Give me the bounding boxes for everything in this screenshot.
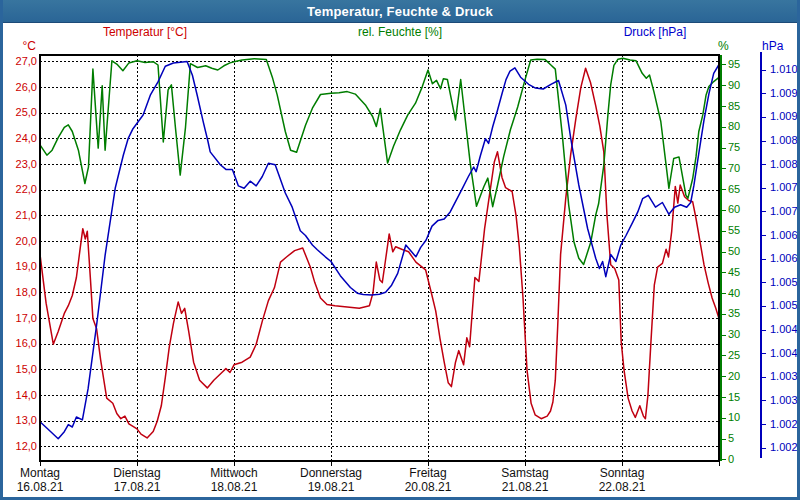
day-label: Dienstag17.08.21 [113, 466, 160, 494]
weather-chart-window: Temperatur, Feuchte & Druck Temperatur [… [0, 0, 800, 500]
pressure-tick-label: 1.008 [770, 158, 798, 171]
series-line-pressure [40, 62, 719, 439]
humidity-tick-label: 70 [728, 162, 740, 175]
pressure-tick-label: 1.004 [770, 323, 798, 336]
pressure-tick-label: 1.006 [770, 229, 798, 242]
day-date: 21.08.21 [501, 480, 548, 494]
day-label: Sonntag22.08.21 [599, 466, 646, 494]
day-label: Samstag21.08.21 [501, 466, 548, 494]
humidity-tick-label: 50 [728, 245, 740, 258]
temperature-tick-label: 17,0 [3, 312, 37, 325]
pressure-tick-label: 1.003 [770, 394, 798, 407]
day-date: 16.08.21 [17, 480, 64, 494]
pressure-tick-label: 1.010 [770, 63, 798, 76]
humidity-tick-label: 10 [728, 411, 740, 424]
day-weekday: Mittwoch [210, 466, 257, 480]
pressure-tick-label: 1.009 [770, 87, 798, 100]
humidity-tick-label: 0 [728, 453, 734, 466]
pressure-tick-label: 1.007 [770, 205, 798, 218]
temperature-tick-label: 12,0 [3, 440, 37, 453]
humidity-tick-label: 5 [728, 432, 734, 445]
temperature-tick-label: 14,0 [3, 389, 37, 402]
temperature-tick-label: 19,0 [3, 260, 37, 273]
temperature-tick-label: 20,0 [3, 235, 37, 248]
temperature-tick-label: 25,0 [3, 106, 37, 119]
day-label: Montag16.08.21 [17, 466, 64, 494]
day-date: 22.08.21 [599, 480, 646, 494]
day-label: Donnerstag19.08.21 [300, 466, 362, 494]
temperature-tick-label: 13,0 [3, 414, 37, 427]
temperature-tick-label: 27,0 [3, 55, 37, 68]
day-date: 17.08.21 [113, 480, 160, 494]
humidity-tick-label: 20 [728, 370, 740, 383]
chart-canvas [0, 0, 800, 500]
humidity-tick-label: 25 [728, 349, 740, 362]
pressure-tick-label: 1.003 [770, 370, 798, 383]
pressure-tick-label: 1.002 [770, 441, 798, 454]
pressure-tick-label: 1.007 [770, 181, 798, 194]
humidity-tick-label: 80 [728, 120, 740, 133]
day-weekday: Samstag [501, 466, 548, 480]
temperature-tick-label: 16,0 [3, 337, 37, 350]
pressure-tick-label: 1.008 [770, 134, 798, 147]
humidity-tick-label: 95 [728, 58, 740, 71]
temperature-tick-label: 15,0 [3, 363, 37, 376]
series-line-temperature [40, 68, 719, 438]
humidity-tick-label: 30 [728, 328, 740, 341]
day-date: 18.08.21 [210, 480, 257, 494]
day-date: 20.08.21 [405, 480, 452, 494]
temperature-tick-label: 22,0 [3, 183, 37, 196]
day-weekday: Freitag [405, 466, 452, 480]
pressure-tick-label: 1.002 [770, 418, 798, 431]
temperature-tick-label: 23,0 [3, 158, 37, 171]
humidity-tick-label: 45 [728, 266, 740, 279]
day-date: 19.08.21 [300, 480, 362, 494]
day-weekday: Sonntag [599, 466, 646, 480]
day-label: Mittwoch18.08.21 [210, 466, 257, 494]
temperature-tick-label: 26,0 [3, 81, 37, 94]
day-weekday: Montag [17, 466, 64, 480]
day-weekday: Donnerstag [300, 466, 362, 480]
temperature-tick-label: 21,0 [3, 209, 37, 222]
day-label: Freitag20.08.21 [405, 466, 452, 494]
temperature-tick-label: 24,0 [3, 132, 37, 145]
series-line-humidity [40, 58, 719, 264]
pressure-tick-label: 1.004 [770, 347, 798, 360]
humidity-tick-label: 75 [728, 141, 740, 154]
pressure-tick-label: 1.005 [770, 299, 798, 312]
humidity-tick-label: 85 [728, 100, 740, 113]
humidity-tick-label: 90 [728, 79, 740, 92]
pressure-tick-label: 1.005 [770, 276, 798, 289]
pressure-tick-label: 1.006 [770, 252, 798, 265]
humidity-tick-label: 15 [728, 391, 740, 404]
humidity-tick-label: 40 [728, 287, 740, 300]
humidity-tick-label: 65 [728, 183, 740, 196]
pressure-tick-label: 1.009 [770, 110, 798, 123]
humidity-tick-label: 60 [728, 203, 740, 216]
humidity-tick-label: 35 [728, 307, 740, 320]
day-weekday: Dienstag [113, 466, 160, 480]
humidity-tick-label: 55 [728, 224, 740, 237]
temperature-tick-label: 18,0 [3, 286, 37, 299]
